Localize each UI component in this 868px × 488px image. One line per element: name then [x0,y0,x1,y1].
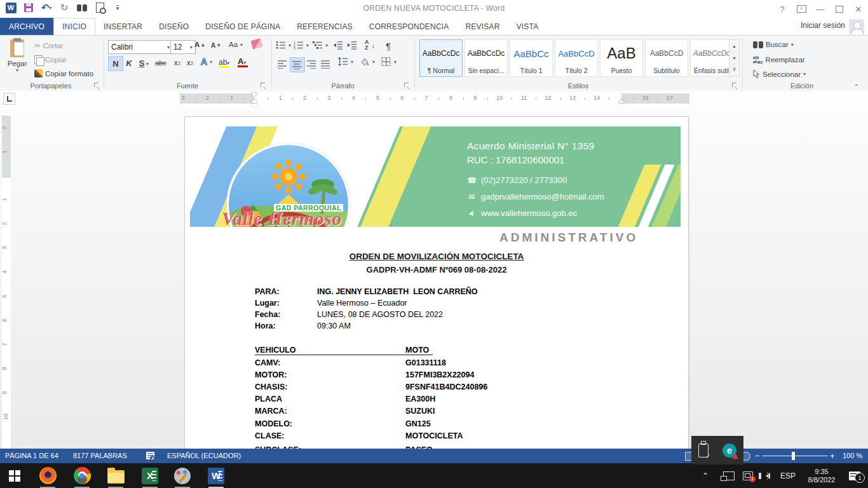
font-family-combobox[interactable]: Calibri▾ [108,40,173,54]
tab-correspondencia[interactable]: CORRESPONDENCIA [361,18,458,35]
bold-button[interactable]: N [108,56,123,71]
replace-button[interactable]: ab⇄ac Reemplazar [753,55,805,64]
word-count[interactable]: 8177 PALABRAS [73,452,127,459]
styles-scroll-up-button[interactable]: ▲ [729,40,739,52]
find-button[interactable]: Buscar▾ [753,41,794,48]
font-size-combobox[interactable]: 12▾ [170,40,196,54]
style-titulo-2[interactable]: AaBbCcD Título 2 [555,39,598,77]
taskbar-excel[interactable]: X [135,463,165,488]
proofing-status-icon[interactable] [146,452,154,459]
antivirus-icon[interactable]: e [722,444,736,458]
numbering-button[interactable]: 123 ▾ [294,41,309,50]
increase-indent-button[interactable] [347,41,357,50]
style-subtitulo[interactable]: AaBbCcD Subtítulo [645,39,688,77]
taskbar-word[interactable]: W [201,463,231,488]
zoom-in-button[interactable]: + [830,451,835,461]
tab-diseno[interactable]: DISEÑO [151,18,197,35]
paste-dropdown-icon[interactable]: ▾ [4,67,31,73]
format-painter-button[interactable]: Copiar formato [34,69,93,78]
document-page[interactable]: GAD PARROQUIAL Valle Hermoso Acuerdo Min… [184,116,689,449]
tab-insertar[interactable]: INSERTAR [95,18,151,35]
chevron-down-icon[interactable]: ▾ [306,43,309,48]
first-line-indent-marker[interactable] [251,93,257,97]
avatar[interactable] [849,19,864,34]
tab-referencias[interactable]: REFERENCIAS [288,18,361,35]
bullets-button[interactable]: ▾ [276,41,291,50]
style-puesto[interactable]: AaB Puesto [600,39,643,77]
minimize-button[interactable]: — [811,1,830,17]
action-center-icon[interactable]: ! [739,463,757,488]
hanging-indent-marker[interactable] [251,98,257,103]
highlight-button[interactable]: ab▾ [219,56,230,68]
borders-button[interactable]: ▾ [381,57,397,66]
ribbon-display-options-button[interactable]: ˄ [792,1,811,17]
cut-button[interactable]: ✂ Cortar [34,41,64,50]
zoom-slider-thumb[interactable] [792,452,795,460]
page-indicator[interactable]: PÁGINA 1 DE 64 [5,452,58,459]
horizontal-ruler[interactable]: 32112345678910111213141617 [180,93,689,104]
help-button[interactable]: ? [773,1,792,17]
select-button[interactable]: Seleccionar▾ [753,70,806,78]
zoom-out-button[interactable]: − [755,451,760,461]
tab-vista[interactable]: VISTA [508,18,547,35]
justify-button[interactable] [319,57,333,71]
chevron-down-icon[interactable]: ▾ [288,43,291,48]
vertical-ruler[interactable]: 2112345678910 [2,116,11,449]
tray-expand-button[interactable]: ⌃ [698,463,713,488]
restore-button[interactable] [830,1,849,17]
taskbar-firefox[interactable] [33,463,62,488]
clock[interactable]: 9:358/8/2022 [801,463,843,488]
show-marks-button[interactable]: ¶ [381,39,395,53]
styles-more-button[interactable]: ⊽ [729,64,739,76]
tab-inicio[interactable]: INICIO [53,18,95,35]
multilevel-list-button[interactable]: ▾ [313,41,328,50]
chevron-down-icon[interactable]: ▾ [351,59,353,65]
taskbar-chrome[interactable] [67,463,97,488]
chevron-down-icon[interactable]: ▾ [243,60,246,65]
text-effects-button[interactable]: A▾ [201,57,212,67]
zoom-level[interactable]: 100 % [843,452,862,459]
align-center-button[interactable] [290,57,305,72]
chevron-down-icon[interactable]: ▾ [325,43,328,48]
chevron-down-icon[interactable]: ▾ [372,59,375,65]
styles-scroll-down-button[interactable]: ▼ [729,52,739,64]
line-spacing-button[interactable]: ▾ [338,57,353,66]
zoom-slider-track[interactable] [762,456,828,456]
taskbar-file-explorer[interactable] [101,463,130,488]
chevron-down-icon[interactable]: ▾ [227,60,229,66]
document-canvas[interactable]: GAD PARROQUIAL Valle Hermoso Acuerdo Min… [0,108,868,449]
superscript-button[interactable]: x2 [183,56,197,70]
styles-dialog-launcher[interactable] [732,83,738,89]
shading-button[interactable]: ▾ [360,57,375,66]
right-indent-marker[interactable] [618,98,625,103]
align-left-button[interactable] [276,57,290,71]
paste-button[interactable]: Pegar ▾ [4,39,31,73]
font-color-button[interactable]: A▾ [238,55,248,67]
collapse-ribbon-button[interactable]: ⌃ [854,83,859,90]
clipboard-dialog-launcher[interactable] [94,83,100,89]
notification-center-button[interactable]: 1 [845,463,864,488]
italic-button[interactable]: K [122,56,136,70]
language-indicator[interactable]: ESPAÑOL (ECUADOR) [167,452,241,459]
grow-font-button[interactable]: A▲ [194,41,205,48]
decrease-indent-button[interactable] [333,41,343,50]
close-button[interactable]: ✕ [849,1,868,17]
tab-stop-selector[interactable] [3,93,15,105]
style-enfasis-sutil[interactable]: AaBbCcDc Énfasis sutil [690,39,733,77]
change-case-button[interactable]: Aa▾ [229,41,243,48]
clear-formatting-button[interactable] [250,38,262,50]
strikethrough-button[interactable]: abc [154,56,168,70]
style-sin-espaciado[interactable]: AaBbCcDc Sin espaci... [465,39,508,77]
sign-in-link[interactable]: Iniciar sesión [801,21,845,30]
tab-diseno-de-pagina[interactable]: DISEÑO DE PÁGINA [197,18,288,35]
style-normal[interactable]: AaBbCcDc ¶ Normal [419,39,463,77]
taskbar-paint[interactable] [168,463,197,488]
font-dialog-launcher[interactable] [261,83,267,89]
chevron-down-icon[interactable]: ▾ [394,59,397,65]
volume-tray-icon[interactable] [759,463,776,488]
subscript-button[interactable]: x2 [170,56,184,70]
sort-button[interactable]: AZ↓ [365,39,375,51]
copy-button[interactable]: Copiar [34,55,67,64]
usb-device-icon[interactable] [698,444,709,458]
paragraph-dialog-launcher[interactable] [404,83,410,89]
